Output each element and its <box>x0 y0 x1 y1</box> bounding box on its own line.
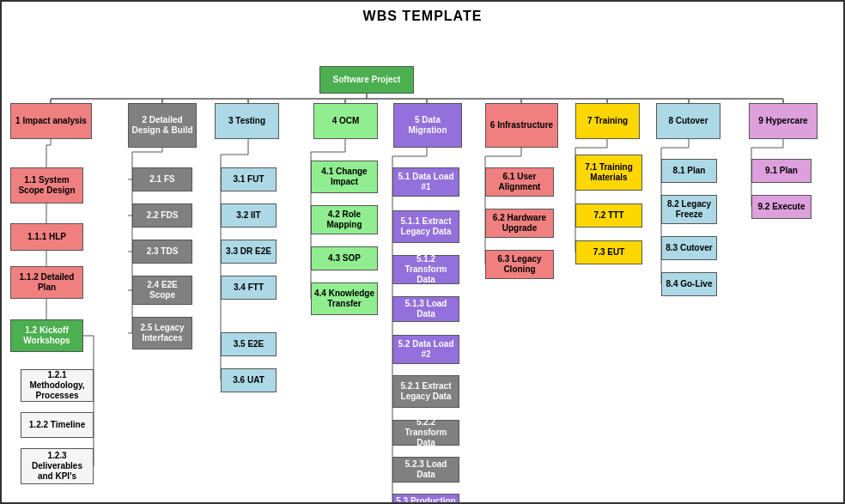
n4-label: 4 OCM <box>332 116 360 126</box>
n72-label: 7.2 TTT <box>593 210 623 221</box>
node-123: 1.2.3 Deliverables and KPI's <box>21 448 94 484</box>
n92-label: 9.2 Execute <box>757 202 805 212</box>
n32-label: 3.2 IIT <box>236 210 260 221</box>
n52-label: 5.2 Data Load #2 <box>395 339 457 360</box>
node-23: 2.3 TDS <box>132 240 192 264</box>
n25-label: 2.5 Legacy Interfaces <box>135 323 190 343</box>
n513-label: 5.1.3 Load Data <box>395 299 457 319</box>
n83-label: 8.3 Cutover <box>666 243 712 253</box>
node-72: 7.2 TTT <box>575 203 642 228</box>
n21-label: 2.1 FS <box>149 174 174 185</box>
n23-label: 2.3 TDS <box>147 246 179 257</box>
node-22: 2.2 FDS <box>132 203 192 228</box>
n2-label: 2 Detailed Design & Build <box>131 115 194 136</box>
n31-label: 3.1 FUT <box>233 174 264 185</box>
n5-label: 5 Data Migration <box>396 115 459 136</box>
n1-label: 1 Impact analysis <box>15 116 87 126</box>
n91-label: 9.1 Plan <box>765 166 798 176</box>
n63-label: 6.3 Legacy Cloning <box>488 254 551 275</box>
n36-label: 3.6 UAT <box>233 375 264 386</box>
node-6: 6 Infrastructure <box>485 103 558 148</box>
node-82: 8.2 Legacy Freeze <box>661 195 717 224</box>
node-34: 3.4 FTT <box>221 276 277 300</box>
n84-label: 8.4 Go-Live <box>666 279 713 289</box>
node-122: 1.2.2 Timeline <box>21 412 94 438</box>
node-35: 3.5 E2E <box>221 332 277 356</box>
node-44: 4.4 Knowledge Transfer <box>311 282 378 315</box>
node-511: 5.1.1 Extract Legacy Data <box>392 210 459 243</box>
n82-label: 8.2 Legacy Freeze <box>664 199 714 220</box>
node-53: 5.3 Production Load <box>392 494 459 504</box>
node-522: 5.2.2 Transform Data <box>392 420 459 446</box>
n7-label: 7 Training <box>587 116 628 126</box>
node-81: 8.1 Plan <box>661 159 717 183</box>
n42-label: 4.2 Role Mapping <box>313 209 375 230</box>
n81-label: 8.1 Plan <box>673 166 706 176</box>
n62-label: 6.2 Hardware Upgrade <box>488 213 551 234</box>
n11-label: 1.1 System Scope Design <box>13 175 81 196</box>
node-7: 7 Training <box>575 103 640 139</box>
wbs-diagram: Software Project 1 Impact analysis 2 Det… <box>2 27 845 504</box>
n73-label: 7.3 EUT <box>593 247 625 258</box>
node-52: 5.2 Data Load #2 <box>392 335 459 364</box>
node-73: 7.3 EUT <box>575 240 642 264</box>
root-label: Software Project <box>333 75 401 85</box>
n3-label: 3 Testing <box>228 116 265 126</box>
node-83: 8.3 Cutover <box>661 236 717 260</box>
n12-label: 1.2 Kickoff Workshops <box>13 325 81 346</box>
n41-label: 4.1 Change Impact <box>313 167 375 187</box>
n522-label: 5.2.2 Transform Data <box>395 417 457 448</box>
node-21: 2.1 FS <box>132 167 192 191</box>
n33-label: 3.3 DR E2E <box>226 246 271 257</box>
n43-label: 4.3 SOP <box>328 253 361 264</box>
node-24: 2.4 E2E Scope <box>132 276 192 305</box>
n53-label: 5.3 Production Load <box>395 496 457 504</box>
node-92: 9.2 Execute <box>751 195 812 219</box>
n44-label: 4.4 Knowledge Transfer <box>313 288 375 309</box>
node-112: 1.1.2 Detailed Plan <box>10 266 83 299</box>
node-513: 5.1.3 Load Data <box>392 296 459 322</box>
node-9: 9 Hypercare <box>749 103 818 139</box>
node-12: 1.2 Kickoff Workshops <box>10 319 83 352</box>
node-62: 6.2 Hardware Upgrade <box>485 209 554 238</box>
n35-label: 3.5 E2E <box>234 339 264 349</box>
node-512: 5.1.2 Transform Data <box>392 255 459 284</box>
node-521: 5.2.1 Extract Legacy Data <box>392 375 459 408</box>
n112-label: 1.1.2 Detailed Plan <box>13 272 81 293</box>
n521-label: 5.2.1 Extract Legacy Data <box>395 381 457 402</box>
n523-label: 5.2.3 Load Data <box>395 459 457 480</box>
page-title: WBS TEMPLATE <box>2 2 843 27</box>
n71-label: 7.1 Training Materials <box>578 162 640 183</box>
n512-label: 5.1.2 Transform Data <box>395 254 457 285</box>
n511-label: 5.1.1 Extract Legacy Data <box>395 216 457 237</box>
node-61: 6.1 User Alignment <box>485 167 554 197</box>
node-42: 4.2 Role Mapping <box>311 205 378 234</box>
root-node: Software Project <box>319 66 414 94</box>
node-33: 3.3 DR E2E <box>221 240 277 264</box>
node-4: 4 OCM <box>313 103 378 139</box>
node-51: 5.1 Data Load #1 <box>392 167 459 197</box>
node-84: 8.4 Go-Live <box>661 272 717 296</box>
n34-label: 3.4 FTT <box>234 282 264 293</box>
node-63: 6.3 Legacy Cloning <box>485 250 554 279</box>
n51-label: 5.1 Data Load #1 <box>395 172 457 192</box>
n123-label: 1.2.3 Deliverables and KPI's <box>23 451 91 482</box>
node-11: 1.1 System Scope Design <box>10 167 83 203</box>
n61-label: 6.1 User Alignment <box>488 172 551 192</box>
node-25: 2.5 Legacy Interfaces <box>132 317 192 349</box>
n6-label: 6 Infrastructure <box>490 120 553 131</box>
node-2: 2 Detailed Design & Build <box>128 103 197 148</box>
node-3: 3 Testing <box>215 103 279 139</box>
node-523: 5.2.3 Load Data <box>392 457 459 483</box>
node-71: 7.1 Training Materials <box>575 155 642 191</box>
node-36: 3.6 UAT <box>221 368 277 392</box>
n9-label: 9 Hypercare <box>758 116 807 126</box>
node-41: 4.1 Change Impact <box>311 161 378 193</box>
node-8: 8 Cutover <box>656 103 720 139</box>
n22-label: 2.2 FDS <box>147 210 179 221</box>
node-121: 1.2.1 Methodology, Processes <box>21 369 94 402</box>
node-1: 1 Impact analysis <box>10 103 92 139</box>
n8-label: 8 Cutover <box>668 116 708 126</box>
n24-label: 2.4 E2E Scope <box>135 280 190 301</box>
node-32: 3.2 IIT <box>221 203 277 228</box>
